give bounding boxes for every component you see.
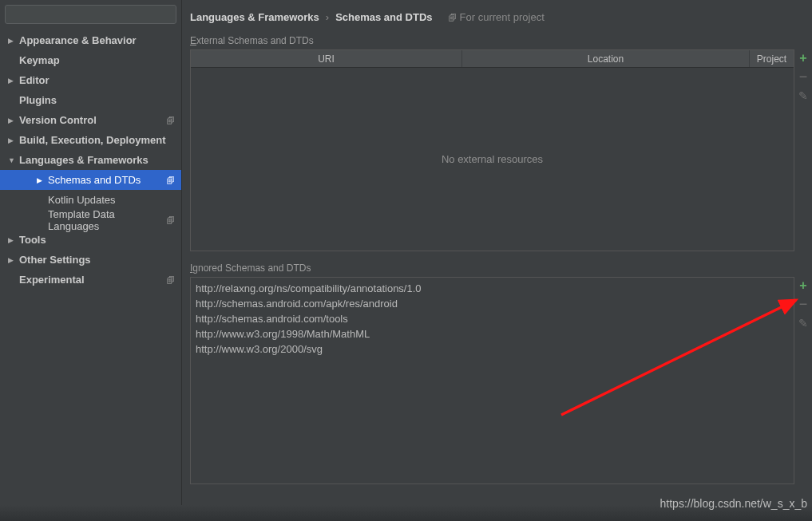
- ignored-remove-button: −: [799, 301, 808, 307]
- project-scope-icon: [167, 215, 175, 225]
- external-table-header: URI Location Project: [191, 50, 794, 68]
- tree-arrow-icon: ▶: [8, 116, 19, 124]
- tree-arrow-icon: ▶: [8, 77, 19, 85]
- sidebar-item-kotlin-updates[interactable]: Kotlin Updates: [0, 190, 181, 210]
- sidebar-item-appearance-behavior[interactable]: ▶Appearance & Behavior: [0, 30, 181, 50]
- tree-arrow-icon: ▶: [8, 37, 19, 45]
- ignored-row[interactable]: http://relaxng.org/ns/compatibility/anno…: [196, 281, 789, 296]
- sidebar-item-editor[interactable]: ▶Editor: [0, 70, 181, 90]
- external-tools: + − ✎: [794, 49, 812, 251]
- sidebar-item-label: Experimental: [19, 274, 167, 286]
- sidebar-item-label: Template Data Languages: [48, 208, 167, 232]
- breadcrumb-scope: For current project: [449, 11, 545, 23]
- external-remove-button: −: [799, 73, 808, 80]
- sidebar-item-tools[interactable]: ▶Tools: [0, 230, 181, 250]
- tree-arrow-icon: ▶: [37, 176, 48, 184]
- breadcrumb-current: Schemas and DTDs: [335, 11, 432, 23]
- sidebar-item-label: Build, Execution, Deployment: [19, 134, 181, 146]
- sidebar-item-label: Appearance & Behavior: [19, 34, 181, 46]
- breadcrumb: Languages & Frameworks › Schemas and DTD…: [190, 0, 812, 29]
- sidebar-item-other-settings[interactable]: ▶Other Settings: [0, 250, 181, 270]
- ignored-section-label: Ignored Schemas and DTDs: [190, 262, 812, 274]
- external-section-label: External Schemas and DTDs: [190, 35, 812, 46]
- tree-arrow-icon: ▼: [8, 156, 19, 164]
- tree-arrow-icon: ▶: [8, 136, 19, 144]
- settings-main: Languages & Frameworks › Schemas and DTD…: [182, 0, 812, 521]
- sidebar-item-label: Editor: [19, 74, 181, 86]
- sidebar-item-label: Plugins: [19, 94, 181, 106]
- breadcrumb-scope-text: For current project: [460, 11, 545, 23]
- external-empty: No external resources: [191, 68, 794, 251]
- settings-sidebar: 🔍▾ ▶Appearance & BehaviorKeymap▶EditorPl…: [0, 0, 182, 521]
- ignored-row[interactable]: http://schemas.android.com/tools: [196, 311, 789, 326]
- ignored-add-button[interactable]: +: [799, 280, 806, 291]
- col-location[interactable]: Location: [462, 50, 750, 67]
- sidebar-item-label: Other Settings: [19, 254, 181, 266]
- settings-tree: ▶Appearance & BehaviorKeymap▶EditorPlugi…: [0, 27, 181, 521]
- project-scope-icon: [167, 176, 175, 185]
- col-project[interactable]: Project: [750, 50, 794, 67]
- sidebar-item-label: Version Control: [19, 114, 167, 126]
- ignored-row[interactable]: http://www.w3.org/1998/Math/MathML: [196, 326, 789, 341]
- sidebar-item-version-control[interactable]: ▶Version Control: [0, 110, 181, 130]
- ignored-tools: + − ✎: [794, 277, 812, 484]
- sidebar-item-label: Kotlin Updates: [48, 194, 181, 206]
- sidebar-item-schemas-and-dtds[interactable]: ▶Schemas and DTDs: [0, 170, 181, 190]
- external-empty-text: No external resources: [442, 153, 543, 165]
- search-input[interactable]: [5, 5, 176, 24]
- watermark: https://blog.csdn.net/w_s_x_b: [660, 497, 807, 510]
- project-scope-icon: [167, 116, 175, 125]
- sidebar-item-label: Keymap: [19, 54, 181, 66]
- project-scope-icon: [167, 275, 175, 285]
- ignored-edit-button: ✎: [798, 317, 808, 330]
- external-table[interactable]: URI Location Project No external resourc…: [190, 49, 794, 251]
- tree-arrow-icon: ▶: [8, 256, 19, 264]
- external-add-button[interactable]: +: [799, 53, 806, 64]
- sidebar-item-template-data-languages[interactable]: Template Data Languages: [0, 210, 181, 230]
- project-scope-icon: [449, 11, 457, 23]
- col-uri[interactable]: URI: [191, 50, 462, 67]
- breadcrumb-sep: ›: [326, 11, 329, 23]
- ignored-panel: http://relaxng.org/ns/compatibility/anno…: [190, 277, 812, 484]
- breadcrumb-parent[interactable]: Languages & Frameworks: [190, 11, 319, 23]
- sidebar-item-languages-frameworks[interactable]: ▼Languages & Frameworks: [0, 150, 181, 170]
- ignored-row[interactable]: http://www.w3.org/2000/svg: [196, 341, 789, 357]
- tree-arrow-icon: ▶: [8, 236, 19, 244]
- external-edit-button: ✎: [798, 89, 808, 102]
- sidebar-item-build-execution-deployment[interactable]: ▶Build, Execution, Deployment: [0, 130, 181, 150]
- ignored-list[interactable]: http://relaxng.org/ns/compatibility/anno…: [190, 277, 794, 484]
- sidebar-item-label: Tools: [19, 234, 181, 246]
- sidebar-item-label: Languages & Frameworks: [19, 154, 181, 166]
- sidebar-item-keymap[interactable]: Keymap: [0, 50, 181, 70]
- search-wrap: 🔍▾: [0, 0, 181, 27]
- sidebar-item-label: Schemas and DTDs: [48, 174, 167, 186]
- external-panel: URI Location Project No external resourc…: [190, 49, 812, 251]
- sidebar-item-plugins[interactable]: Plugins: [0, 90, 181, 110]
- ignored-row[interactable]: http://schemas.android.com/apk/res/andro…: [196, 296, 789, 311]
- sidebar-item-experimental[interactable]: Experimental: [0, 270, 181, 290]
